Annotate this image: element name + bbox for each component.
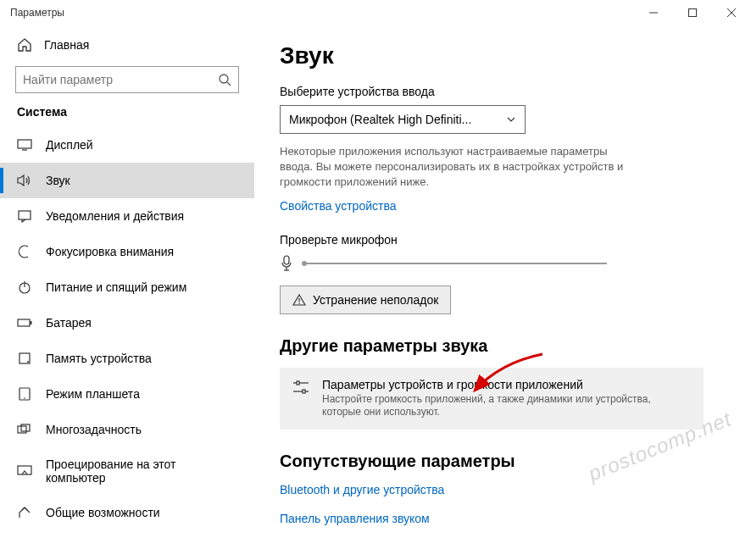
- svg-rect-29: [303, 390, 305, 393]
- microphone-icon: [280, 255, 293, 272]
- svg-line-5: [227, 82, 231, 86]
- test-mic-label: Проверьте микрофон: [280, 233, 726, 247]
- shared-icon: [17, 505, 32, 520]
- sidebar-item-tablet[interactable]: Режим планшета: [0, 376, 254, 412]
- sidebar: Главная Система Дисплей Звук Уведомления…: [0, 25, 254, 560]
- sidebar-item-label: Уведомления и действия: [46, 209, 184, 223]
- tablet-icon: [17, 386, 32, 402]
- svg-rect-12: [31, 321, 32, 324]
- option-desc: Настройте громкость приложений, а также …: [322, 393, 692, 419]
- home-label: Главная: [44, 38, 89, 52]
- warning-icon: [292, 294, 306, 306]
- sidebar-item-label: Питание и спящий режим: [46, 280, 186, 294]
- svg-rect-17: [18, 426, 26, 433]
- sidebar-item-storage[interactable]: Память устройства: [0, 341, 254, 376]
- sidebar-item-battery[interactable]: Батарея: [0, 305, 254, 341]
- input-description: Некоторые приложения используют настраив…: [280, 144, 636, 191]
- sidebar-item-projecting[interactable]: Проецирование на этот компьютер: [0, 447, 254, 495]
- window-controls: [634, 0, 751, 25]
- related-settings-title: Сопутствующие параметры: [280, 452, 726, 471]
- multitask-icon: [17, 422, 32, 437]
- minimize-button[interactable]: [634, 0, 673, 25]
- sound-cp-link[interactable]: Панель управления звуком: [280, 512, 430, 525]
- sidebar-item-label: Память устройства: [46, 352, 152, 365]
- sidebar-item-shared[interactable]: Общие возможности: [0, 495, 254, 530]
- sidebar-item-display[interactable]: Дисплей: [0, 127, 254, 163]
- svg-point-4: [220, 75, 228, 83]
- sound-icon: [17, 173, 32, 188]
- svg-rect-18: [21, 424, 30, 431]
- svg-point-14: [27, 361, 29, 363]
- svg-rect-8: [19, 211, 31, 219]
- power-icon: [17, 280, 32, 295]
- input-device-dropdown[interactable]: Микрофон (Realtek High Definiti...: [280, 105, 526, 134]
- storage-icon: [17, 351, 32, 366]
- sidebar-item-label: Режим планшета: [46, 387, 140, 401]
- bluetooth-link[interactable]: Bluetooth и другие устройства: [280, 483, 444, 496]
- sidebar-item-power[interactable]: Питание и спящий режим: [0, 269, 254, 305]
- sidebar-item-label: Батарея: [46, 316, 92, 330]
- sidebar-item-focus[interactable]: Фокусировка внимания: [0, 234, 254, 269]
- home-icon: [17, 37, 32, 53]
- sidebar-item-label: Фокусировка внимания: [46, 245, 174, 258]
- sidebar-item-multitask[interactable]: Многозадачность: [0, 412, 254, 447]
- sidebar-item-label: Проецирование на этот компьютер: [46, 457, 237, 485]
- svg-rect-1: [689, 9, 697, 17]
- sliders-icon: [292, 378, 310, 419]
- notifications-icon: [17, 208, 32, 224]
- sidebar-item-sound[interactable]: Звук: [0, 163, 254, 198]
- svg-rect-11: [18, 319, 30, 326]
- close-button[interactable]: [712, 0, 751, 25]
- sidebar-item-notifications[interactable]: Уведомления и действия: [0, 198, 254, 234]
- other-settings-title: Другие параметры звука: [280, 336, 726, 356]
- chevron-down-icon: [506, 114, 516, 125]
- app-volume-option[interactable]: Параметры устройств и громкости приложен…: [280, 368, 704, 430]
- main-content: Звук Выберите устройства ввода Микрофон …: [254, 25, 751, 560]
- dropdown-value: Микрофон (Realtek High Definiti...: [289, 113, 506, 126]
- sidebar-item-label: Общие возможности: [46, 506, 160, 519]
- page-title: Звук: [280, 42, 726, 69]
- sidebar-item-label: Многозадачность: [46, 423, 142, 436]
- titlebar: Параметры: [0, 0, 751, 25]
- input-device-label: Выберите устройства ввода: [280, 85, 726, 98]
- troubleshoot-button[interactable]: Устранение неполадок: [280, 286, 451, 314]
- option-title: Параметры устройств и громкости приложен…: [322, 378, 692, 391]
- device-properties-link[interactable]: Свойства устройства: [280, 199, 397, 213]
- sidebar-item-label: Дисплей: [46, 138, 93, 152]
- svg-rect-6: [18, 140, 31, 148]
- sidebar-item-label: Звук: [46, 174, 70, 187]
- projecting-icon: [17, 463, 32, 479]
- svg-rect-20: [284, 256, 289, 264]
- search-icon: [218, 73, 231, 86]
- window-title: Параметры: [10, 7, 64, 19]
- home-nav[interactable]: Главная: [0, 29, 254, 61]
- battery-icon: [17, 315, 32, 330]
- sidebar-section-title: Система: [0, 105, 254, 127]
- search-input[interactable]: [15, 66, 239, 93]
- troubleshoot-label: Устранение неполадок: [313, 293, 438, 307]
- maximize-button[interactable]: [673, 0, 712, 25]
- display-icon: [17, 137, 32, 152]
- mic-level-bar: [302, 263, 607, 264]
- svg-point-16: [24, 397, 25, 399]
- svg-point-25: [298, 302, 300, 304]
- focus-icon: [17, 244, 32, 259]
- svg-rect-27: [297, 381, 299, 385]
